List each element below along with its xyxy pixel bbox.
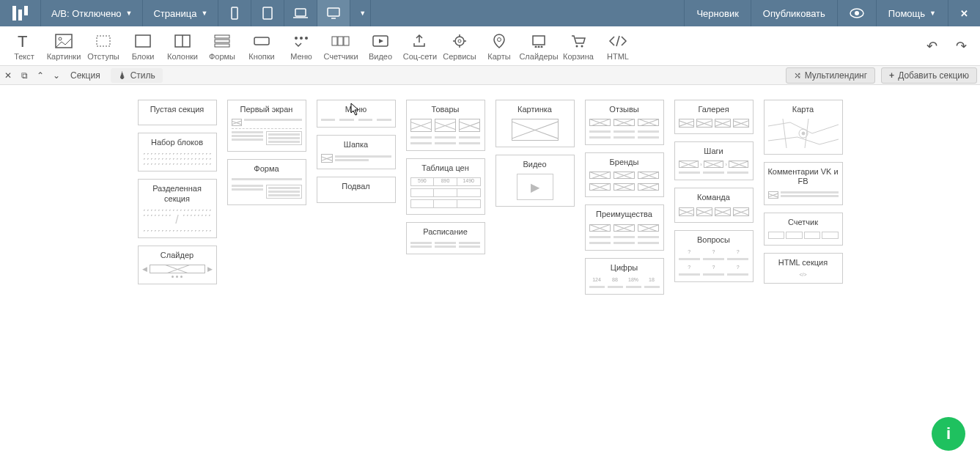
template-reviews[interactable]: Отзывы [585, 100, 664, 145]
svg-rect-15 [136, 35, 150, 47]
svg-point-40 [541, 45, 543, 48]
page-dropdown[interactable]: Страница ▼ [143, 0, 218, 26]
digit-cell: 88 [608, 277, 623, 282]
template-header[interactable]: Шапка [317, 135, 396, 169]
tool-label: Картинки [47, 52, 81, 61]
template-title: Галерея [698, 105, 729, 114]
template-map[interactable]: Карта [764, 100, 843, 155]
undo-button[interactable]: ↶ [917, 33, 946, 59]
template-gallery[interactable]: Галерея [674, 100, 754, 134]
ab-test-toggle[interactable]: A/B: Отключено ▼ [41, 0, 143, 26]
help-dropdown[interactable]: Помощь ▼ [876, 0, 948, 26]
tool-buttons[interactable]: Кнопки [242, 28, 281, 64]
template-questions[interactable]: Вопросы ?????? [674, 230, 754, 282]
template-form[interactable]: Форма [227, 159, 306, 205]
tool-label: Корзина [563, 52, 594, 61]
template-block-set[interactable]: Набор блоков [138, 133, 217, 172]
tool-label: Меню [290, 52, 312, 61]
tool-html[interactable]: HTML [598, 28, 638, 64]
publish-button[interactable]: Опубликовать [751, 0, 837, 26]
template-counter[interactable]: Счетчик [764, 213, 843, 246]
tool-label: Отступы [87, 52, 119, 61]
template-menu[interactable]: Меню [317, 100, 396, 128]
tool-spacing[interactable]: Отступы [84, 28, 123, 64]
tool-social[interactable]: Соц-сети [400, 28, 440, 64]
svg-point-22 [295, 37, 298, 40]
tool-label: Блоки [132, 52, 155, 61]
tool-label: Слайдеры [519, 52, 558, 61]
section-label[interactable]: Секция [65, 66, 106, 85]
device-laptop[interactable] [284, 0, 317, 26]
redo-button[interactable]: ↷ [946, 33, 976, 59]
template-image[interactable]: Картинка [495, 100, 575, 147]
tool-video[interactable]: Видео [361, 28, 400, 64]
template-numbers[interactable]: Цифры 1248818%18 [585, 258, 664, 295]
add-section-button[interactable]: + Добавить секцию [881, 67, 977, 84]
tool-sliders[interactable]: Слайдеры [519, 28, 559, 64]
blocks-icon [134, 34, 152, 48]
preview-button[interactable] [837, 0, 876, 26]
template-slider[interactable]: Слайдер ◀▶ [138, 246, 217, 284]
template-brands[interactable]: Бренды [585, 152, 664, 197]
device-desktop[interactable] [317, 0, 350, 26]
tool-menu[interactable]: Меню [281, 28, 321, 64]
template-features[interactable]: Преимущества [585, 204, 664, 250]
ab-test-label: A/B: Отключено [51, 8, 122, 19]
price-cell: 1490 [457, 178, 480, 185]
tool-blocks[interactable]: Блоки [123, 28, 163, 64]
gear-icon [451, 33, 468, 49]
template-comments[interactable]: Комментарии VK и FB [764, 162, 843, 204]
template-video[interactable]: Видео ▶ [495, 155, 575, 207]
tool-cart[interactable]: Корзина [559, 28, 598, 64]
template-pricing-table[interactable]: Таблица цен 5908901490 [406, 158, 485, 215]
section-duplicate[interactable]: ⧉ [16, 66, 32, 85]
template-footer[interactable]: Подвал [317, 177, 396, 202]
template-title: Комментарии VK и FB [767, 167, 839, 186]
section-close[interactable]: ✕ [0, 66, 16, 85]
device-mobile[interactable] [218, 0, 251, 26]
svg-rect-7 [328, 8, 339, 16]
template-split-section[interactable]: Разделенная секция / [138, 179, 217, 237]
chevron-up-icon: ⌃ [37, 70, 44, 81]
tool-maps[interactable]: Карты [479, 28, 519, 64]
help-bubble[interactable]: i [932, 417, 965, 451]
template-schedule[interactable]: Расписание [406, 222, 485, 254]
svg-point-13 [59, 37, 62, 40]
section-move-up[interactable]: ⌃ [32, 66, 48, 85]
price-cell: 890 [434, 178, 457, 185]
template-team[interactable]: Команда [674, 188, 754, 222]
template-column: Галерея Шаги ›› Команда Вопросы ?????? [674, 100, 754, 282]
template-title: Первый экран [240, 105, 293, 114]
app-logo[interactable] [0, 0, 41, 26]
status-draft[interactable]: Черновик [684, 0, 750, 26]
tool-counters[interactable]: Счетчики [321, 28, 361, 64]
device-more-dropdown[interactable]: ▼ [350, 0, 371, 26]
tool-services[interactable]: Сервисы [440, 28, 479, 64]
tool-text[interactable]: TТекст [4, 28, 44, 64]
template-products[interactable]: Товары [406, 100, 485, 151]
close-button[interactable]: ✕ [948, 0, 980, 26]
template-html-section[interactable]: HTML секция </> [764, 253, 843, 284]
template-title: Цифры [611, 263, 638, 273]
template-title: Картинка [517, 105, 552, 114]
template-first-screen[interactable]: Первый экран [227, 100, 306, 152]
tool-forms[interactable]: Формы [202, 28, 242, 64]
tool-images[interactable]: Картинки [44, 28, 84, 64]
template-title: HTML секция [778, 258, 828, 268]
template-steps[interactable]: Шаги ›› [674, 141, 754, 180]
tool-columns[interactable]: Колонки [163, 28, 202, 64]
redo-icon: ↷ [956, 38, 967, 54]
tool-label: Формы [209, 52, 235, 61]
template-column: Меню Шапка Подвал [317, 100, 396, 203]
svg-point-30 [455, 37, 464, 45]
digit-cell: 18 [644, 277, 660, 282]
device-tablet[interactable] [251, 0, 284, 26]
template-column: Первый экран Форма [227, 100, 306, 205]
svg-rect-0 [12, 6, 16, 21]
section-move-down[interactable]: ⌄ [48, 66, 65, 85]
multilanding-button[interactable]: ⤭ Мультилендинг [786, 67, 875, 84]
template-empty-section[interactable]: Пустая секция [138, 100, 217, 125]
menu-icon [292, 34, 310, 48]
svg-rect-21 [254, 37, 269, 45]
style-button[interactable]: 🌢 Стиль [111, 68, 163, 83]
